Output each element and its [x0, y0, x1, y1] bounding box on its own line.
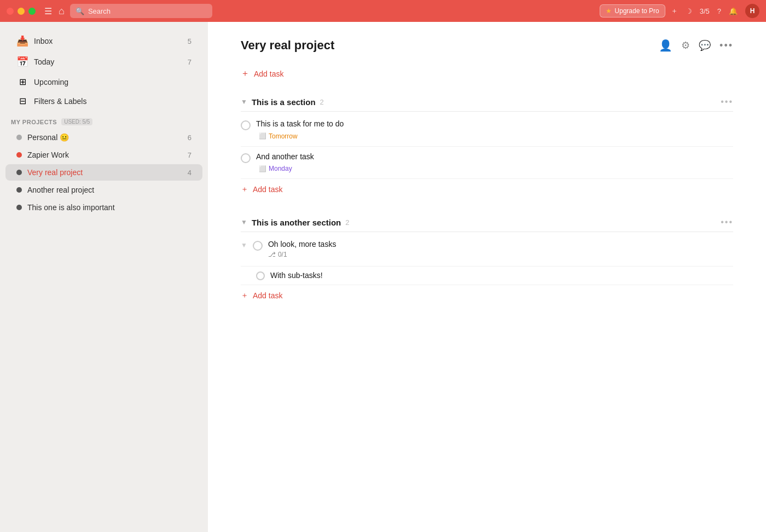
comment-icon[interactable]: 💬 [699, 39, 711, 51]
section-1-chevron-icon[interactable]: ▼ [241, 98, 247, 106]
today-icon: 📅 [16, 56, 28, 68]
sidebar-item-veryreal[interactable]: Very real project 4 [5, 164, 202, 181]
task-1-date-icon: ⬜ [259, 132, 266, 140]
search-label: Search [88, 7, 111, 15]
add-icon[interactable]: ＋ [671, 6, 678, 16]
sidebar-item-inbox[interactable]: 📥 Inbox 5 [5, 31, 202, 51]
project-label-zapier: Zapier Work [27, 151, 182, 159]
upgrade-label: Upgrade to Pro [614, 7, 659, 15]
project-label-another: Another real project [27, 186, 192, 194]
section-2: ▼ This is another section 2 ••• ▼ Oh loo… [241, 213, 733, 306]
more-actions-icon[interactable]: ••• [719, 40, 733, 51]
task-2-date-label: Monday [269, 165, 292, 172]
project-header: Very real project 👤 ⚙ 💬 ••• [241, 38, 733, 53]
titlebar-actions: ＋ ☽ 3/5 ? 🔔 H [671, 4, 759, 18]
task-1-date-label: Tomorrow [269, 132, 298, 140]
project-dot-another [16, 187, 22, 193]
section-2-count: 2 [345, 218, 349, 227]
maximize-button[interactable] [28, 8, 36, 15]
subtask-1-name: With sub-tasks! [270, 271, 323, 280]
moon-icon[interactable]: ☽ [686, 7, 692, 15]
sidebar-item-zapier[interactable]: Zapier Work 7 [5, 147, 202, 163]
project-title: Very real project [241, 38, 334, 53]
section-2-chevron-icon[interactable]: ▼ [241, 218, 247, 226]
project-label-personal: Personal 😐 [27, 133, 182, 142]
minimize-button[interactable] [18, 8, 25, 15]
filter-icon[interactable]: ⚙ [681, 39, 690, 51]
section-2-more-icon[interactable]: ••• [721, 217, 733, 227]
section-1-more-icon[interactable]: ••• [721, 97, 733, 107]
sidebar-item-personal[interactable]: Personal 😐 6 [5, 129, 202, 146]
inbox-label: Inbox [34, 37, 182, 45]
inbox-icon: 📥 [16, 35, 28, 47]
project-count-veryreal: 4 [188, 169, 192, 177]
task-2-date: ⬜ Monday [256, 164, 295, 173]
task-3: ▼ Oh look, more tasks ⎇ 0/1 [241, 234, 733, 267]
section-1-count: 2 [320, 98, 324, 106]
task-2-name: And another task [256, 152, 733, 161]
task-3-content: Oh look, more tasks ⎇ 0/1 [268, 240, 733, 261]
upcoming-icon: ⊞ [16, 77, 28, 87]
section-2-add-icon: ＋ [241, 291, 248, 300]
section-2-add-label: Add task [253, 291, 282, 300]
sidebar-item-filters[interactable]: ⊟ Filters & Labels [5, 92, 202, 110]
project-dot-veryreal [16, 170, 22, 175]
section-1-name: This is a section [252, 97, 316, 107]
share-icon[interactable]: 👤 [659, 39, 672, 52]
filters-label: Filters & Labels [34, 97, 192, 106]
task-2-checkbox[interactable] [241, 153, 251, 163]
add-task-top-label: Add task [254, 70, 283, 78]
project-dot-zapier [16, 152, 22, 158]
task-3-checkbox[interactable] [253, 241, 263, 251]
task-1-name: This is a task for me to do [256, 119, 733, 128]
section-2-add-task[interactable]: ＋ Add task [241, 285, 733, 306]
today-count: 7 [188, 58, 192, 66]
section-1-header[interactable]: ▼ This is a section 2 ••• [241, 92, 733, 112]
used-badge: USED: 5/5 [61, 118, 92, 125]
project-dot-thisone [16, 205, 22, 210]
hamburger-icon[interactable]: ☰ [44, 6, 52, 16]
project-count-personal: 6 [188, 134, 192, 142]
star-icon: ★ [606, 7, 612, 15]
close-button[interactable] [7, 8, 14, 15]
section-1: ▼ This is a section 2 ••• This is a task… [241, 92, 733, 200]
sidebar-item-another[interactable]: Another real project [5, 182, 202, 198]
task-3-expand-icon[interactable]: ▼ [241, 241, 247, 249]
bell-icon[interactable]: 🔔 [729, 7, 738, 15]
upgrade-button[interactable]: ★ Upgrade to Pro [600, 4, 665, 18]
upcoming-label: Upcoming [34, 78, 192, 86]
my-projects-header: My Projects USED: 5/5 [0, 111, 208, 129]
section-2-name: This is another section [252, 218, 341, 227]
avatar[interactable]: H [745, 4, 759, 18]
project-label-veryreal: Very real project [27, 168, 182, 177]
sidebar-item-upcoming[interactable]: ⊞ Upcoming [5, 73, 202, 91]
task-3-subtask-count: ⎇ 0/1 [268, 251, 733, 258]
section-1-add-task[interactable]: ＋ Add task [241, 179, 733, 200]
help-icon[interactable]: ? [717, 7, 721, 15]
section-1-add-icon: ＋ [241, 184, 248, 194]
project-dot-personal [16, 135, 22, 140]
task-1-checkbox[interactable] [241, 120, 251, 130]
sidebar: 📥 Inbox 5 📅 Today 7 ⊞ Upcoming ⊟ Filters… [0, 22, 208, 532]
task-2-date-icon: ⬜ [259, 165, 266, 172]
subtask-1: With sub-tasks! [241, 267, 733, 285]
inbox-count: 5 [188, 37, 192, 45]
main-layout: 📥 Inbox 5 📅 Today 7 ⊞ Upcoming ⊟ Filters… [0, 22, 766, 532]
project-label-thisone: This one is also important [27, 203, 192, 212]
section-2-header[interactable]: ▼ This is another section 2 ••• [241, 213, 733, 232]
search-icon: 🔍 [76, 7, 84, 15]
task-1-date: ⬜ Tomorrow [256, 132, 300, 141]
subtask-1-checkbox[interactable] [256, 271, 265, 280]
search-bar[interactable]: 🔍 Search [70, 4, 212, 18]
my-projects-label: My Projects [11, 119, 57, 125]
filters-icon: ⊟ [16, 96, 28, 106]
section-1-add-label: Add task [253, 185, 282, 194]
project-actions: 👤 ⚙ 💬 ••• [659, 39, 733, 52]
home-icon[interactable]: ⌂ [59, 5, 65, 17]
subtask-count-label: 0/1 [278, 251, 287, 258]
titlebar: ☰ ⌂ 🔍 Search ★ Upgrade to Pro ＋ ☽ 3/5 ? … [0, 0, 766, 22]
add-task-top[interactable]: ＋ Add task [241, 63, 733, 84]
sidebar-item-today[interactable]: 📅 Today 7 [5, 52, 202, 72]
subtask-count-icon: ⎇ [268, 251, 276, 258]
sidebar-item-thisone[interactable]: This one is also important [5, 199, 202, 216]
